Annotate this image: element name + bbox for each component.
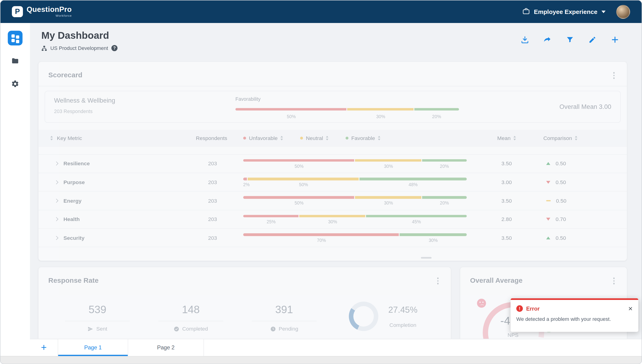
filter-button[interactable]	[565, 35, 574, 44]
scorecard-table-header: Key Metric Respondents Unfavorable Neutr…	[39, 130, 627, 147]
chevron-right-icon[interactable]	[54, 236, 58, 240]
stat-pending: 391 Pending	[252, 303, 317, 332]
topbar-right: Employee Experience	[522, 5, 630, 18]
horizontal-scrollbar[interactable]	[421, 257, 432, 258]
dimension-respondents: 203 Respondents	[54, 108, 236, 114]
sidebar-item-settings[interactable]	[8, 76, 22, 91]
distribution-bar: 50%30%20%	[243, 194, 467, 208]
sort-icon[interactable]	[513, 136, 516, 140]
column-mean[interactable]: Mean	[497, 135, 530, 141]
distribution-bar: 25%30%45%	[243, 212, 467, 226]
chevron-right-icon[interactable]	[54, 162, 58, 166]
sort-icon[interactable]	[378, 136, 380, 140]
chevron-right-icon[interactable]	[54, 217, 58, 221]
download-button[interactable]	[520, 35, 529, 44]
questionpro-logo[interactable]: P QuestionPro Workforce	[12, 6, 72, 18]
favorability-label: Favorability	[236, 96, 459, 102]
scorecard-menu-icon[interactable]	[611, 71, 617, 80]
overall-mean: Overall Mean 3.00	[559, 103, 611, 110]
error-toast: ! Error × We detected a problem with you…	[510, 298, 638, 332]
chevron-down-icon	[601, 10, 605, 13]
comparison-value: 0.70	[556, 216, 566, 222]
dashboard-main: My Dashboard US Product Development ?	[30, 23, 642, 339]
completion-donut	[349, 302, 378, 331]
close-icon[interactable]: ×	[628, 305, 633, 312]
comparison-value: 0.50	[556, 179, 566, 185]
folder-icon	[11, 57, 19, 65]
user-avatar[interactable]	[616, 5, 630, 18]
sort-icon[interactable]	[281, 136, 283, 140]
metric-respondents: 203	[208, 179, 229, 185]
metric-name: Resilience	[64, 160, 90, 166]
metric-mean: 2.80	[501, 216, 530, 222]
column-respondents[interactable]: Respondents	[196, 135, 228, 141]
help-icon[interactable]: ?	[112, 45, 118, 51]
dashboard-widgets: Scorecard Wellness & Wellbeing 203 Respo…	[30, 62, 642, 339]
table-row[interactable]: Purpose 203 2%50%48% 3.00 0.50	[39, 173, 627, 192]
share-button[interactable]	[543, 35, 552, 44]
column-comparison[interactable]: Comparison	[530, 135, 621, 141]
top-navbar: P QuestionPro Workforce Employee Experie…	[1, 0, 641, 23]
workspace-label: Employee Experience	[534, 8, 597, 15]
add-widget-button[interactable]	[610, 35, 619, 44]
chevron-right-icon[interactable]	[54, 199, 58, 203]
scorecard-title: Scorecard	[48, 71, 83, 80]
completed-label: Completed	[182, 326, 208, 332]
error-icon: !	[516, 305, 523, 312]
trend-icon	[546, 218, 550, 220]
gear-icon	[11, 80, 19, 88]
workspace-selector[interactable]: Employee Experience	[522, 7, 605, 16]
distribution-bar: 70%30%	[243, 231, 467, 245]
table-row[interactable]: Resilience 203 50%30%20% 3.50 0.50	[39, 154, 627, 173]
overall-average-menu-icon[interactable]	[611, 276, 617, 286]
completion-label: Completion	[374, 322, 432, 328]
comparison-value: 0.50	[556, 160, 566, 166]
metric-mean: 3.50	[501, 198, 530, 204]
logo-icon: P	[12, 6, 23, 17]
pages-tabbar: + Page 1 Page 2	[30, 339, 642, 356]
comparison-value: 0.50	[556, 235, 566, 241]
divider	[39, 86, 627, 86]
nps-label: NPS	[501, 332, 525, 338]
table-row[interactable]: Security 203 70%30% 3.50 0.50	[39, 229, 627, 247]
error-toast-message: We detected a problem with your request.	[516, 316, 633, 322]
hierarchy-icon	[41, 45, 47, 51]
chevron-right-icon[interactable]	[54, 180, 58, 184]
column-unfavorable[interactable]: Unfavorable	[243, 135, 283, 141]
overall-average-title: Overall Average	[470, 277, 523, 285]
sort-icon[interactable]	[326, 136, 328, 140]
sort-icon[interactable]	[575, 136, 577, 140]
sidebar-item-folders[interactable]	[8, 54, 22, 68]
edit-button[interactable]	[588, 35, 597, 44]
dashboard-grid-icon	[11, 34, 19, 42]
pending-count: 391	[252, 303, 317, 321]
metric-name: Health	[64, 216, 80, 222]
unfavorable-dot-icon	[243, 137, 246, 140]
scorecard-widget: Scorecard Wellness & Wellbeing 203 Respo…	[39, 62, 627, 261]
check-circle-icon	[174, 326, 180, 332]
distribution-bar: 2%50%48%	[243, 175, 467, 189]
column-neutral[interactable]: Neutral	[300, 135, 328, 141]
tab-page-2[interactable]: Page 2	[128, 339, 204, 356]
column-key-metric[interactable]: Key Metric	[57, 135, 82, 141]
tab-page-1[interactable]: Page 1	[58, 339, 128, 356]
response-rate-menu-icon[interactable]	[435, 276, 441, 286]
metric-respondents: 203	[208, 198, 229, 204]
sidebar-item-dashboards[interactable]	[8, 31, 22, 45]
completed-count: 148	[158, 303, 223, 321]
stat-sent: 539 Sent	[65, 303, 130, 332]
column-favorable[interactable]: Favorable	[346, 135, 380, 141]
metric-name: Security	[64, 235, 84, 241]
distribution-bar: 50%30%20%	[243, 157, 467, 170]
table-row[interactable]: Energy 203 50%30%20% 3.50 0.50	[39, 192, 627, 210]
metric-mean: 3.50	[501, 160, 530, 166]
trend-icon	[546, 236, 550, 239]
scorecard-summary: Wellness & Wellbeing 203 Respondents Fav…	[45, 90, 621, 122]
dimension-name: Wellness & Wellbeing	[54, 97, 236, 104]
dashboard-actions	[520, 35, 619, 44]
table-row[interactable]: Health 203 25%30%45% 2.80 0.70	[39, 210, 627, 229]
add-page-button[interactable]: +	[30, 339, 58, 356]
metric-respondents: 203	[208, 160, 229, 166]
favorable-dot-icon	[346, 137, 348, 140]
sort-icon[interactable]	[51, 136, 53, 140]
